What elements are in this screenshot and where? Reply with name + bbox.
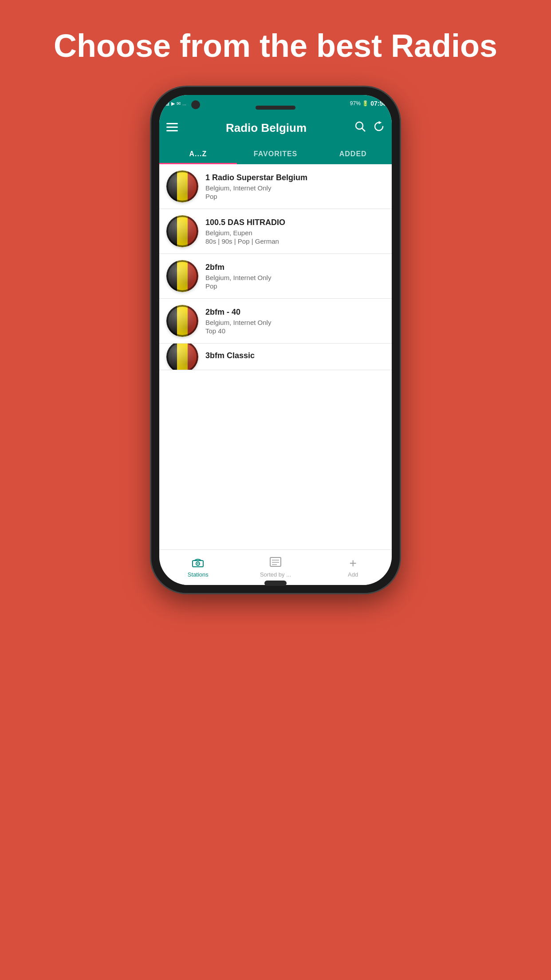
station-info-5: 3bfm Classic bbox=[205, 351, 385, 362]
station-flag-3 bbox=[166, 260, 198, 292]
station-flag-1 bbox=[166, 170, 198, 202]
tab-added[interactable]: ADDED bbox=[314, 144, 392, 164]
app-bar-actions bbox=[354, 121, 385, 135]
station-flag-4 bbox=[166, 305, 198, 337]
station-info-2: 100.5 DAS HITRADIO Belgium, Eupen 80s | … bbox=[205, 218, 385, 245]
nav-label-stations: Stations bbox=[188, 571, 209, 578]
status-battery-percent: 97% 🔋 bbox=[350, 100, 369, 107]
station-location-4: Belgium, Internet Only bbox=[205, 319, 385, 326]
nav-item-add[interactable]: + Add bbox=[314, 550, 392, 585]
svg-rect-0 bbox=[166, 123, 178, 124]
refresh-icon[interactable] bbox=[373, 121, 385, 135]
bottom-nav: Stations Sorted by ... + Add bbox=[159, 549, 392, 585]
station-genre-3: Pop bbox=[205, 282, 385, 290]
station-list: 1 Radio Superstar Belgium Belgium, Inter… bbox=[159, 164, 392, 549]
station-item[interactable]: 2bfm Belgium, Internet Only Pop bbox=[159, 254, 392, 299]
app-bar: Radio Belgium bbox=[159, 112, 392, 144]
tab-az[interactable]: A...Z bbox=[159, 144, 237, 164]
svg-line-4 bbox=[362, 128, 365, 131]
phone-speaker bbox=[256, 106, 295, 110]
station-location-1: Belgium, Internet Only bbox=[205, 184, 385, 192]
station-info-4: 2bfm - 40 Belgium, Internet Only Top 40 bbox=[205, 308, 385, 335]
status-icon-1: 🖼 bbox=[165, 101, 169, 106]
status-icon-3: ✉ bbox=[177, 101, 181, 107]
station-item[interactable]: 1 Radio Superstar Belgium Belgium, Inter… bbox=[159, 164, 392, 209]
hero-title: Choose from the best Radios bbox=[27, 27, 524, 65]
station-name-4: 2bfm - 40 bbox=[205, 308, 385, 317]
nav-item-stations[interactable]: Stations bbox=[159, 550, 237, 585]
app-title: Radio Belgium bbox=[185, 121, 347, 135]
phone-screen: 🖼 ▶ ✉ ... 97% 🔋 07:56 Radio Belgium bbox=[159, 95, 392, 585]
phone-home-indicator bbox=[264, 581, 287, 586]
nav-label-sorted: Sorted by ... bbox=[260, 571, 291, 578]
svg-rect-2 bbox=[166, 130, 178, 131]
station-name-3: 2bfm bbox=[205, 263, 385, 272]
svg-point-7 bbox=[197, 563, 199, 565]
status-icon-2: ▶ bbox=[171, 101, 175, 107]
station-location-3: Belgium, Internet Only bbox=[205, 274, 385, 281]
station-flag-5 bbox=[166, 344, 198, 370]
add-icon: + bbox=[350, 557, 357, 569]
status-right: 97% 🔋 07:56 bbox=[350, 100, 386, 107]
station-item[interactable]: 2bfm - 40 Belgium, Internet Only Top 40 bbox=[159, 299, 392, 344]
station-genre-2: 80s | 90s | Pop | German bbox=[205, 237, 385, 245]
tab-favorites[interactable]: FAVORITES bbox=[237, 144, 315, 164]
menu-icon[interactable] bbox=[166, 121, 178, 135]
search-icon[interactable] bbox=[354, 121, 366, 135]
svg-rect-8 bbox=[270, 557, 281, 566]
nav-label-add: Add bbox=[348, 571, 358, 578]
svg-point-3 bbox=[356, 122, 363, 129]
status-time: 07:56 bbox=[370, 100, 386, 107]
station-location-2: Belgium, Eupen bbox=[205, 229, 385, 237]
station-item[interactable]: 100.5 DAS HITRADIO Belgium, Eupen 80s | … bbox=[159, 209, 392, 254]
station-item-partial[interactable]: 3bfm Classic bbox=[159, 344, 392, 370]
station-info-3: 2bfm Belgium, Internet Only Pop bbox=[205, 263, 385, 290]
tabs-bar: A...Z FAVORITES ADDED bbox=[159, 144, 392, 164]
station-flag-2 bbox=[166, 215, 198, 247]
status-icon-4: ... bbox=[182, 101, 186, 106]
station-genre-1: Pop bbox=[205, 193, 385, 200]
station-name-5: 3bfm Classic bbox=[205, 351, 385, 360]
stations-icon bbox=[192, 557, 204, 569]
svg-rect-1 bbox=[166, 126, 178, 128]
station-name-1: 1 Radio Superstar Belgium bbox=[205, 173, 385, 182]
nav-item-sorted[interactable]: Sorted by ... bbox=[237, 550, 315, 585]
station-info-1: 1 Radio Superstar Belgium Belgium, Inter… bbox=[205, 173, 385, 200]
sorted-icon bbox=[270, 557, 281, 569]
status-left-icons: 🖼 ▶ ✉ ... bbox=[165, 101, 186, 107]
station-genre-4: Top 40 bbox=[205, 327, 385, 335]
phone-mockup: 🖼 ▶ ✉ ... 97% 🔋 07:56 Radio Belgium bbox=[151, 87, 400, 593]
station-name-2: 100.5 DAS HITRADIO bbox=[205, 218, 385, 227]
